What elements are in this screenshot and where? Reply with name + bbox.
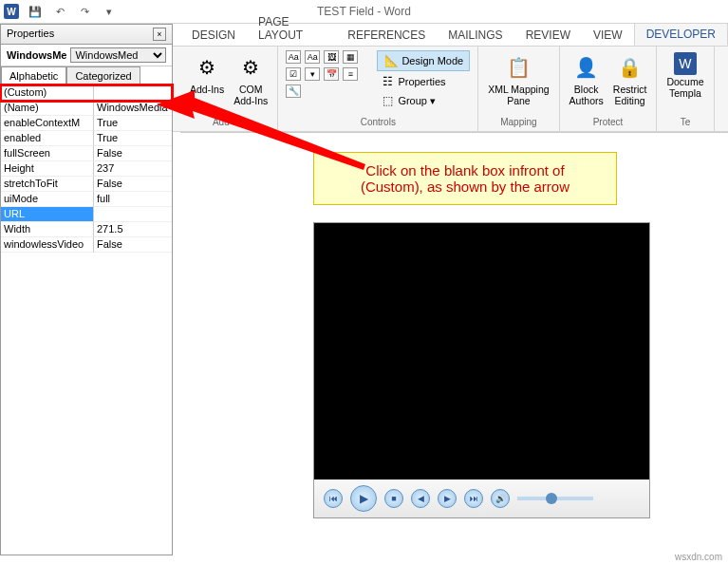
ctrl-date-icon[interactable]: 📅 [324,67,339,81]
document-template-icon: W [674,52,697,75]
properties-title-text: Properties [7,28,54,41]
tab-references[interactable]: REFERENCES [336,25,437,46]
tab-categorized[interactable]: Categorized [66,66,140,85]
close-icon[interactable]: × [153,28,166,41]
addins-label: Add-Ins [190,85,224,96]
media-player-control[interactable]: ⏮ ▶ ■ ◀ ▶ ⏭ 🔊 [313,222,650,518]
ctrl-legacy-icon[interactable]: 🔧 [286,85,301,98]
ctrl-plaintext-icon[interactable]: Aa [305,50,320,64]
ctrl-combo-icon[interactable]: ▾ [305,67,320,81]
group-label: Group [398,95,427,106]
group-icon: ⬚ [380,93,395,108]
rewind-button[interactable]: ◀ [411,489,430,508]
group-label-mapping: Mapping [486,117,551,127]
restrict-editing-label: Restrict Editing [613,85,647,106]
ctrl-buildingblock-icon[interactable]: ▦ [343,50,358,64]
property-key: enabled [1,131,94,146]
group-label-controls: Controls [286,117,470,127]
group-label-protect: Protect [568,117,649,127]
property-row[interactable]: enabledTrue [1,131,172,146]
tab-view[interactable]: VIEW [582,25,634,46]
property-value[interactable]: False [94,146,172,161]
volume-button[interactable]: 🔊 [491,489,510,508]
tab-mailings[interactable]: MAILINGS [437,25,513,46]
object-type-dropdown[interactable]: WindowsMed [70,47,166,63]
property-key: stretchToFit [1,177,94,192]
next-track-button[interactable]: ⏭ [464,489,483,508]
addins-icon: ⚙ [192,52,222,83]
property-value[interactable]: 271.5 [94,222,172,237]
property-value[interactable] [94,207,172,222]
addins-button[interactable]: ⚙ Add-Ins [188,50,226,98]
properties-panel: Properties × WindowsMe WindowsMed Alphab… [0,24,173,555]
property-value[interactable]: WindowsMedia [94,101,172,116]
slider-thumb-icon[interactable] [546,493,557,504]
chevron-down-icon: ▾ [430,95,436,107]
property-row[interactable]: windowlessVideoFalse [1,237,172,253]
qat-customize-icon[interactable]: ▾ [101,3,118,20]
forward-button[interactable]: ▶ [438,489,457,508]
property-key: enableContextM [1,116,94,131]
undo-button[interactable]: ↶ [51,3,68,20]
property-row[interactable]: fullScreenFalse [1,146,172,161]
properties-tabs: Alphabetic Categorized [1,66,172,85]
property-value[interactable]: False [94,237,172,253]
volume-slider[interactable] [517,497,593,500]
xml-mapping-button[interactable]: 📋 XML Mapping Pane [486,50,551,108]
callout-line1: Click on the blank box infront of [331,162,599,179]
properties-button[interactable]: ☷ Properties [377,73,470,90]
property-row[interactable]: stretchToFitFalse [1,177,172,192]
save-button[interactable]: 💾 [27,3,44,20]
properties-titlebar: Properties × [1,25,172,45]
property-row[interactable]: Height237 [1,161,172,177]
property-value[interactable]: True [94,131,172,146]
property-row[interactable]: (Name)WindowsMedia [1,101,172,116]
com-addins-button[interactable]: ⚙ COM Add-Ins [232,50,270,108]
property-key: fullScreen [1,146,94,161]
com-addins-icon: ⚙ [235,52,266,83]
property-value[interactable]: full [94,192,172,207]
properties-label: Properties [398,76,445,87]
ribbon-group-mapping: 📋 XML Mapping Pane Mapping [478,47,559,131]
prev-track-button[interactable]: ⏮ [324,489,343,508]
redo-button[interactable]: ↷ [76,3,93,20]
block-authors-button[interactable]: 👤 Block Authors [568,50,606,108]
ctrl-picture-icon[interactable]: 🖼 [324,50,339,64]
property-row-url[interactable]: URL [1,207,172,222]
title-bar: W 💾 ↶ ↷ ▾ TEST Field - Word [0,0,728,24]
play-button[interactable]: ▶ [350,485,377,512]
document-area: Click on the blank box infront of (Custo… [180,132,728,551]
property-row[interactable]: Width271.5 [1,222,172,237]
property-value[interactable]: False [94,177,172,192]
callout-line2: (Custom), as shown by the arrow [331,179,599,195]
stop-button[interactable]: ■ [384,489,403,508]
object-name: WindowsMe [7,49,66,61]
property-row[interactable]: enableContextMTrue [1,116,172,131]
com-addins-label: COM Add-Ins [233,85,268,106]
word-icon: W [4,4,19,19]
ctrl-checkbox-icon[interactable]: ☑ [286,67,301,81]
ctrl-dropdown-icon[interactable]: ≡ [343,67,358,81]
ribbon-group-templates: W Docume Templa Te [657,47,714,131]
quick-access-toolbar: 💾 ↶ ↷ ▾ [27,3,118,20]
design-mode-button[interactable]: 📐 Design Mode [377,50,470,71]
property-value[interactable] [94,85,172,101]
group-button[interactable]: ⬚ Group ▾ [377,92,470,109]
property-value[interactable]: 237 [94,161,172,177]
ctrl-richtext-icon[interactable]: Aa [286,50,301,64]
property-key: URL [1,207,94,222]
document-template-button[interactable]: W Docume Templa [664,50,705,101]
block-authors-label: Block Authors [569,85,604,106]
property-key: Width [1,222,94,237]
design-mode-icon: 📐 [383,53,399,68]
tab-design[interactable]: DESIGN [180,25,247,46]
media-controls: ⏮ ▶ ■ ◀ ▶ ⏭ 🔊 [314,479,649,517]
property-row-custom[interactable]: (Custom) [1,85,172,101]
window-title: TEST Field - Word [317,5,411,18]
restrict-editing-button[interactable]: 🔒 Restrict Editing [611,50,649,108]
tab-alphabetic[interactable]: Alphabetic [1,66,66,85]
tab-developer[interactable]: DEVELOPER [634,23,728,46]
tab-review[interactable]: REVIEW [514,25,582,46]
property-row[interactable]: uiModefull [1,192,172,207]
property-value[interactable]: True [94,116,172,131]
